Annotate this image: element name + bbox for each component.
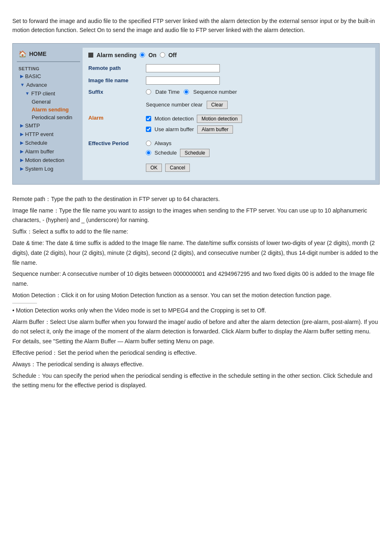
desc-alarm-buffer: Alarm Buffer：Select Use alarm buffer whe…: [12, 317, 380, 347]
clear-button[interactable]: Clear: [207, 101, 228, 109]
alarm-buffer-button[interactable]: Alarm buffer: [197, 125, 233, 134]
sidebar-label-ftp: FTP client: [31, 90, 55, 97]
sidebar-item-advance[interactable]: ▼ Advance: [17, 81, 80, 89]
description-section: Remote path：Type the path to the destina…: [12, 194, 380, 391]
sidebar-label-basic: BASIC: [25, 73, 41, 79]
motion-detection-check-label[interactable]: Motion detection: [154, 116, 194, 122]
suffix-options: Date Time Sequence number: [146, 89, 237, 95]
radio-off-label[interactable]: Off: [168, 52, 177, 58]
sidebar-label-alarm-sending: Alarm sending: [32, 106, 69, 113]
sidebar-label-http-event: HTTP event: [25, 131, 53, 137]
arrow-icon-syslog: ▶: [20, 166, 23, 171]
seq-clear-controls: Sequence number clear Clear: [146, 101, 228, 109]
suffix-label: Suffix: [88, 89, 142, 95]
arrow-icon-schedule: ▶: [20, 140, 23, 146]
arrow-icon-advance: ▼: [20, 82, 25, 87]
remote-path-input[interactable]: [146, 64, 220, 72]
suffix-seq-label[interactable]: Sequence number: [193, 89, 237, 95]
arrow-icon-alarm-buffer: ▶: [20, 149, 23, 154]
use-alarm-buffer-label[interactable]: Use alarm buffer: [154, 126, 194, 132]
main-content: Alarm sending On Off Remote path Image f…: [83, 48, 375, 180]
sidebar-label-advance: Advance: [26, 82, 47, 88]
sidebar-item-basic[interactable]: ▶ BASIC: [17, 72, 80, 81]
arrow-icon-motion: ▶: [20, 157, 23, 163]
desc-schedule: Schedule：You can specify the period when…: [12, 371, 380, 391]
sidebar-label-alarm-buffer: Alarm buffer: [25, 148, 54, 155]
intro-paragraph: Set to forward the image and audio file …: [12, 16, 380, 35]
desc-divider: [12, 303, 37, 303]
desc-date-time: Date & time: The date & time suffix is a…: [12, 238, 380, 268]
sidebar-label-smtp: SMTP: [25, 123, 40, 129]
sidebar-item-system-log[interactable]: ▶ System Log: [17, 164, 80, 173]
alarm-options: Motion detection Motion detection Use al…: [146, 115, 242, 136]
remote-path-label: Remote path: [88, 65, 142, 71]
sidebar-item-alarm-sending[interactable]: Alarm sending: [17, 106, 80, 113]
sidebar: 🏠 HOME SETTING ▶ BASIC ▼ Advance ▼ FTP c…: [17, 48, 83, 180]
radio-on[interactable]: [140, 52, 145, 58]
alarm-sending-header: Alarm sending On Off: [88, 52, 369, 58]
suffix-seq-radio[interactable]: [184, 89, 189, 95]
always-radio[interactable]: [146, 141, 151, 146]
use-alarm-buffer-row: Use alarm buffer Alarm buffer: [146, 125, 242, 134]
image-file-name-input[interactable]: [146, 76, 220, 85]
motion-detection-checkbox[interactable]: [146, 116, 151, 121]
desc-image-file-name: Image file name：Type the file name you w…: [12, 206, 380, 226]
alarm-sending-label: Alarm sending: [97, 52, 136, 58]
remote-path-row: Remote path: [88, 64, 369, 72]
sidebar-label-periodical-sendin: Periodical sendin: [32, 114, 72, 120]
sidebar-item-general[interactable]: General: [17, 98, 80, 106]
desc-remote-path: Remote path：Type the path to the destina…: [12, 194, 380, 204]
sidebar-home[interactable]: 🏠 HOME: [17, 48, 80, 62]
arrow-icon-http: ▶: [20, 132, 23, 137]
desc-motion-detection: Motion Detection：Click it on for using M…: [12, 291, 380, 301]
home-icon: 🏠: [18, 50, 27, 58]
radio-off[interactable]: [160, 52, 165, 58]
cancel-button[interactable]: Cancel: [165, 164, 189, 172]
ok-button[interactable]: OK: [146, 164, 162, 172]
desc-suffix: Suffix：Select a suffix to add to the fil…: [12, 227, 380, 237]
sidebar-setting-label: SETTING: [17, 65, 80, 72]
use-alarm-buffer-checkbox[interactable]: [146, 127, 151, 132]
ui-panel: 🏠 HOME SETTING ▶ BASIC ▼ Advance ▼ FTP c…: [12, 43, 380, 185]
motion-detection-row: Motion detection Motion detection: [146, 115, 242, 123]
image-file-name-label: Image file name: [88, 77, 142, 83]
alarm-sending-checkbox-icon: [88, 53, 93, 58]
ok-cancel-row: OK Cancel: [146, 164, 210, 172]
desc-always: Always：The periodical sending is always …: [12, 360, 380, 370]
effective-period-row: Effective Period Always Schedule Schedul…: [88, 140, 369, 172]
schedule-button[interactable]: Schedule: [180, 149, 210, 157]
sidebar-item-motion-detection[interactable]: ▶ Motion detection: [17, 156, 80, 164]
sidebar-item-alarm-buffer[interactable]: ▶ Alarm buffer: [17, 147, 80, 156]
sidebar-item-schedule[interactable]: ▶ Schedule: [17, 139, 80, 147]
arrow-icon-smtp: ▶: [20, 123, 23, 128]
alarm-row: Alarm Motion detection Motion detection …: [88, 115, 369, 136]
sidebar-label-schedule: Schedule: [25, 140, 47, 146]
sidebar-label-motion-detection: Motion detection: [25, 157, 64, 163]
suffix-row: Suffix Date Time Sequence number: [88, 89, 369, 95]
sidebar-label-general: General: [32, 99, 51, 105]
radio-on-label[interactable]: On: [148, 52, 156, 58]
image-file-name-row: Image file name: [88, 76, 369, 85]
alarm-label: Alarm: [88, 115, 142, 121]
sidebar-home-label: HOME: [29, 51, 46, 57]
schedule-radio[interactable]: [146, 150, 151, 155]
desc-motion-note: • Motion Detection works only when the V…: [12, 306, 380, 316]
sidebar-item-ftp-client[interactable]: ▼ FTP client: [17, 89, 80, 98]
sidebar-item-periodical-sendin[interactable]: Periodical sendin: [17, 113, 80, 121]
suffix-datetime-label[interactable]: Date Time: [155, 89, 180, 95]
effective-period-options: Always Schedule Schedule OK Cancel: [146, 140, 210, 172]
suffix-datetime-radio[interactable]: [146, 89, 151, 95]
schedule-label[interactable]: Schedule: [154, 150, 177, 156]
effective-period-label: Effective Period: [88, 140, 142, 146]
sidebar-label-system-log: System Log: [25, 166, 53, 172]
sidebar-item-http-event[interactable]: ▶ HTTP event: [17, 130, 80, 139]
desc-sequence-number: Sequence number: A consecutive number of…: [12, 269, 380, 289]
always-label[interactable]: Always: [154, 140, 171, 146]
motion-detection-button[interactable]: Motion detection: [197, 115, 242, 123]
seq-clear-row: Sequence number clear Clear: [88, 99, 369, 111]
schedule-row: Schedule Schedule: [146, 149, 210, 157]
sidebar-item-smtp[interactable]: ▶ SMTP: [17, 121, 80, 130]
always-row: Always: [146, 140, 210, 146]
arrow-icon-basic: ▶: [20, 74, 23, 79]
seq-number-clear-label: Sequence number clear: [146, 102, 203, 108]
